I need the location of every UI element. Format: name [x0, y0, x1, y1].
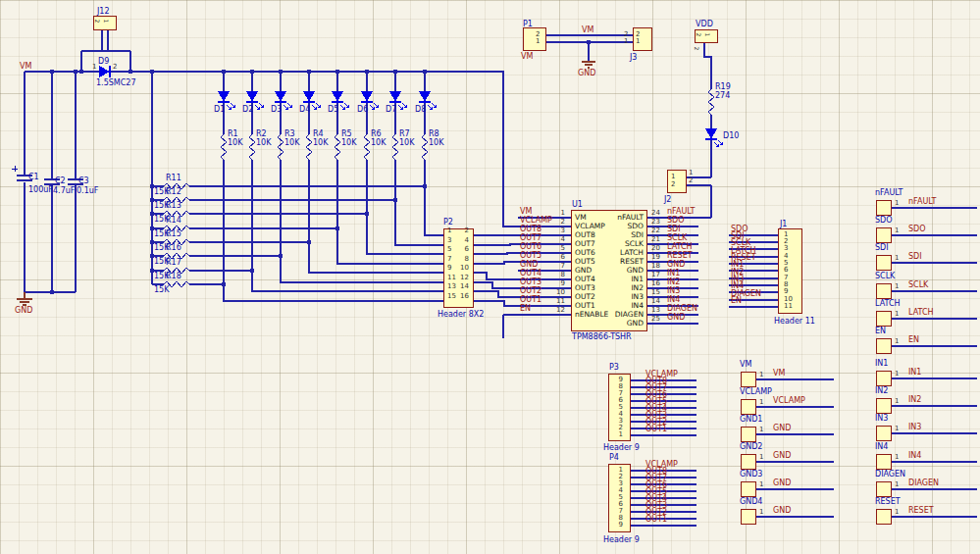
d1-designator[interactable]: D1: [214, 105, 225, 114]
u1-net-out2[interactable]: OUT2: [520, 286, 542, 295]
port-vclamp-net[interactable]: VCLAMP: [773, 396, 805, 405]
u1-net-in1[interactable]: IN1: [667, 269, 680, 277]
c2-value[interactable]: 4.7uF: [53, 186, 75, 195]
resistor-r19[interactable]: [708, 85, 714, 120]
port-sdi[interactable]: [876, 255, 892, 271]
port-gnd2-designator[interactable]: GND2: [740, 442, 762, 451]
r2-value[interactable]: 10K: [256, 138, 271, 147]
port-diagen-net[interactable]: DIAGEN: [908, 478, 939, 487]
d2-designator[interactable]: D2: [242, 105, 253, 114]
connector-p1[interactable]: [523, 27, 546, 51]
d5-designator[interactable]: D5: [328, 105, 338, 114]
port-gnd3-net[interactable]: GND: [773, 478, 791, 487]
port-in2-designator[interactable]: IN2: [875, 386, 888, 395]
r13-designator[interactable]: R13: [166, 201, 181, 210]
net-label-vm-top[interactable]: VM: [582, 25, 593, 34]
port-sdo[interactable]: [876, 227, 892, 243]
port-sdo-designator[interactable]: SDO: [875, 216, 893, 225]
port-in2-net[interactable]: IN2: [908, 395, 921, 404]
p4-designator[interactable]: P4: [609, 453, 619, 462]
port-gnd4-designator[interactable]: GND4: [740, 497, 762, 506]
r14-designator[interactable]: R14: [166, 216, 181, 225]
u1-net-latch[interactable]: LATCH: [667, 242, 693, 251]
p1-net-vm[interactable]: VM: [521, 52, 533, 61]
port-diagen-designator[interactable]: DIAGEN: [875, 470, 905, 478]
u1-net-sdi[interactable]: SDI: [667, 225, 681, 233]
r18-designator[interactable]: R18: [166, 272, 181, 280]
r4-value[interactable]: 10K: [313, 138, 328, 147]
port-in1[interactable]: [876, 371, 892, 386]
port-gnd2[interactable]: [741, 454, 756, 470]
port-vclamp[interactable]: [741, 399, 756, 415]
d9-diode-symbol[interactable]: [99, 66, 110, 77]
resistor-r3[interactable]: [278, 130, 284, 165]
d10-designator[interactable]: D10: [723, 131, 739, 140]
port-sclk[interactable]: [876, 283, 892, 299]
u1-net-sdo[interactable]: SDO: [667, 216, 685, 225]
port-nfault-designator[interactable]: nFAULT: [875, 188, 903, 197]
r7-designator[interactable]: R7: [399, 129, 410, 138]
port-en-net[interactable]: EN: [908, 335, 919, 344]
r18-value[interactable]: 15K: [154, 285, 169, 294]
p4-comment[interactable]: Header 9: [603, 535, 640, 544]
port-latch[interactable]: [876, 311, 892, 327]
port-nfault[interactable]: [876, 200, 892, 216]
port-in2[interactable]: [876, 398, 892, 414]
u1-net-en[interactable]: EN: [520, 304, 531, 313]
j3-designator[interactable]: J3: [630, 53, 637, 62]
led-symbol-d10[interactable]: [705, 128, 723, 147]
u1-net-out5[interactable]: OUT5: [520, 251, 542, 260]
u1-net-out6[interactable]: OUT6: [520, 242, 542, 251]
schematic-wires[interactable]: [0, 0, 980, 554]
j1-comment[interactable]: Header 11: [774, 317, 815, 326]
port-sdi-net[interactable]: SDI: [908, 252, 922, 261]
port-sclk-net[interactable]: SCLK: [908, 280, 928, 289]
u1-net-out3[interactable]: OUT3: [520, 277, 542, 286]
port-vm[interactable]: [741, 372, 756, 387]
d3-designator[interactable]: D3: [271, 105, 282, 114]
p1-designator[interactable]: P1: [523, 20, 533, 28]
port-reset-designator[interactable]: RESET: [875, 497, 901, 506]
resistor-r4[interactable]: [306, 130, 312, 165]
j1-net-en[interactable]: EN: [731, 296, 742, 305]
c3-designator[interactable]: C3: [78, 176, 89, 185]
port-latch-net[interactable]: LATCH: [908, 308, 934, 317]
port-in1-designator[interactable]: IN1: [875, 359, 888, 368]
r5-designator[interactable]: R5: [341, 129, 352, 138]
net-label-gnd-left[interactable]: GND: [15, 306, 32, 315]
u1-net-nfault[interactable]: nFAULT: [667, 207, 696, 216]
capacitor-plates[interactable]: [17, 176, 83, 184]
resistor-r1[interactable]: [221, 130, 227, 165]
port-vclamp-designator[interactable]: VCLAMP: [740, 387, 772, 396]
port-gnd1-designator[interactable]: GND1: [740, 415, 762, 424]
port-in4-designator[interactable]: IN4: [875, 442, 888, 451]
r1-designator[interactable]: R1: [228, 129, 238, 138]
j1-designator[interactable]: J1: [780, 220, 787, 228]
c1-designator[interactable]: C1: [28, 173, 39, 181]
port-in1-net[interactable]: IN1: [908, 368, 921, 377]
port-gnd3[interactable]: [741, 481, 756, 497]
resistor-r8[interactable]: [422, 130, 428, 165]
port-sclk-designator[interactable]: SCLK: [875, 272, 895, 280]
u1-part-number[interactable]: TPM8866-TSHR: [572, 332, 632, 341]
r15-designator[interactable]: R15: [166, 229, 181, 238]
r6-designator[interactable]: R6: [371, 129, 382, 138]
port-vm-designator[interactable]: VM: [740, 360, 751, 369]
u1-net-out4[interactable]: OUT4: [520, 269, 542, 277]
d9-value[interactable]: 1.5SMC27: [96, 78, 135, 87]
r3-value[interactable]: 10K: [284, 138, 299, 147]
d9-designator[interactable]: D9: [98, 57, 109, 66]
r4-designator[interactable]: R4: [313, 129, 324, 138]
gnd-symbol-top[interactable]: [582, 62, 595, 68]
u1-net-diagen[interactable]: DIAGEN: [667, 304, 697, 313]
r19-value[interactable]: 274: [715, 91, 730, 100]
p3-net-out1[interactable]: OUT1: [645, 425, 667, 433]
gnd-symbol-left[interactable]: [17, 292, 32, 305]
r16-designator[interactable]: R16: [166, 243, 181, 252]
r3-designator[interactable]: R3: [284, 129, 295, 138]
port-reset[interactable]: [876, 509, 892, 525]
p2-comment[interactable]: Header 8X2: [438, 310, 484, 319]
u1-net-in3[interactable]: IN3: [667, 286, 680, 295]
port-en[interactable]: [876, 338, 892, 354]
r19-designator[interactable]: R19: [715, 82, 731, 91]
